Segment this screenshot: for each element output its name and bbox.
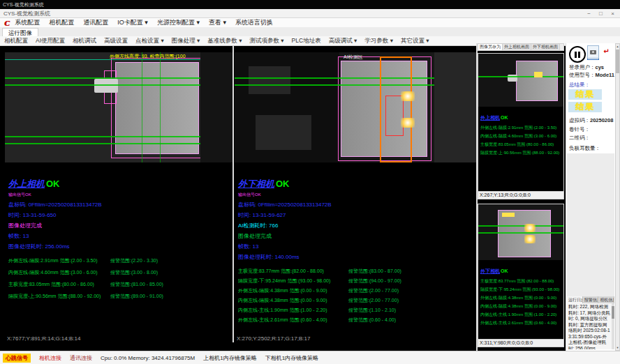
measurement-row: 主极宽度:83.77mm 范围:(82.00 - 88.00)报警范围:(83.… bbox=[238, 268, 475, 275]
log-scrollbar[interactable] bbox=[612, 303, 614, 349]
log-tab[interactable]: 相机信息 bbox=[598, 296, 614, 303]
highlight-glow bbox=[401, 118, 415, 128]
model-row: 使用型号：Mode11 bbox=[569, 72, 614, 79]
machine-block bbox=[249, 66, 290, 94]
menu-item[interactable]: 光源控制配置 ▾ bbox=[157, 18, 200, 27]
frame-count: 帧数: 13 bbox=[8, 232, 231, 240]
process-status: 图像处理完成 bbox=[238, 232, 475, 240]
measure-line bbox=[478, 232, 563, 234]
log-tab[interactable]: 报警信息 bbox=[583, 296, 599, 303]
measure-line bbox=[5, 143, 232, 144]
pause-button[interactable] bbox=[569, 46, 586, 63]
panel-divider bbox=[232, 46, 234, 342]
highlight-glow bbox=[524, 235, 536, 243]
toolbar-item[interactable]: 相机调试 bbox=[73, 37, 96, 45]
status-ok: OK bbox=[276, 179, 290, 189]
virtual-code-row: 虚拟码：20250208 bbox=[569, 117, 613, 124]
measurement-row: 内侧左线-主线:1.90mm 范围:(1.00 - 2.20)报警范围:(1.1… bbox=[238, 307, 475, 314]
menu-item[interactable]: 通讯配置 bbox=[83, 18, 108, 27]
measure-line bbox=[235, 77, 444, 79]
menu-bar: C 系统配置相机配置通讯配置IO卡配置 ▾光源控制配置 ▾查看 ▾系统语言切换 bbox=[0, 18, 620, 27]
virtual-code-label: 虚拟码： bbox=[569, 117, 590, 123]
measure-line bbox=[478, 225, 563, 227]
toolbar-item[interactable]: 测试项参数 ▾ bbox=[249, 37, 283, 45]
tab-count-row: 负极耳数量： bbox=[569, 145, 600, 152]
toolbar-item[interactable]: 其它设置 ▾ bbox=[401, 37, 429, 45]
log-tab[interactable]: 运行日志 bbox=[567, 296, 583, 303]
toolbar-item[interactable]: 高级调试 ▾ bbox=[329, 37, 357, 45]
maximize-button[interactable]: □ bbox=[595, 9, 607, 18]
mini-panel-tab[interactable]: 外下相机画面 bbox=[531, 44, 560, 50]
toolbar-item[interactable]: 高级设置 bbox=[104, 37, 128, 45]
sub-status: 输出信号OK bbox=[8, 192, 231, 198]
log-text: 耗时: 222, 网络检测耗时: 17, 网络分类耗时: 0, 网络提取分区耗时… bbox=[567, 303, 612, 349]
minimize-button[interactable]: − bbox=[583, 9, 595, 18]
product-region bbox=[498, 210, 551, 257]
toolbar-item[interactable]: 图像处理 ▾ bbox=[172, 37, 200, 45]
mini-camera-image-lower[interactable] bbox=[478, 204, 563, 260]
menu-item[interactable]: 相机配置 bbox=[49, 18, 74, 27]
measurement-row: 外侧左线-隔膜:2.91mm 范围:(2.00 - 3.50) bbox=[480, 125, 563, 131]
product-region bbox=[115, 62, 199, 154]
sidebar-scrollbar[interactable]: ▲ ▼ bbox=[615, 43, 620, 351]
measurement-row: 隔膜宽度-上:90.56mm 范围:(88.00 - 92.00) bbox=[480, 150, 563, 156]
menu-items: 系统配置相机配置通讯配置IO卡配置 ▾光源控制配置 ▾查看 ▾系统语言切换 bbox=[15, 18, 273, 27]
return-button[interactable]: ↵ bbox=[601, 45, 612, 57]
camera-image-lower[interactable]: AI检测区 bbox=[235, 52, 476, 162]
login-user-value: cys bbox=[596, 64, 605, 70]
elapsed-time: 图像处理耗时: 140.00ms bbox=[238, 253, 475, 261]
menu-item[interactable]: 查看 ▾ bbox=[209, 18, 226, 27]
mini-camera-image-upper[interactable] bbox=[478, 54, 563, 107]
needle-row: 卷针号： bbox=[569, 126, 590, 133]
measurement-row: 外侧左线-隔膜:4.38mm 范围:(0.00 - 9.00)报警范围:(2.0… bbox=[238, 287, 475, 294]
result-text-block: 外上相机OK 输出信号OK 盘标码: 0FfIlim=2025020813313… bbox=[8, 177, 231, 305]
product-region bbox=[516, 61, 558, 101]
scroll-thumb[interactable] bbox=[616, 50, 619, 73]
result-text-block: 外下相机OK 输出信号OK 盘标码: 0FfIlim=2025020813313… bbox=[238, 177, 475, 326]
camera-connection-status: 相机连接 bbox=[39, 354, 61, 362]
upper-camera-strategy: 上相机1内存镜像策略 bbox=[203, 354, 256, 362]
overlay-marker bbox=[502, 213, 515, 217]
measure-line-vertical bbox=[142, 52, 142, 162]
machine-block bbox=[434, 52, 476, 162]
toolbar-item[interactable]: AI使用配置 bbox=[36, 37, 65, 45]
menu-item[interactable]: IO卡配置 ▾ bbox=[117, 18, 148, 27]
pixel-coords-readout: X:7677;Y:891;R:14;G:14;B:14 bbox=[7, 335, 80, 342]
toolbar-item[interactable]: 相机配置 bbox=[4, 37, 28, 45]
model-label: 使用型号： bbox=[569, 72, 596, 78]
toolbar-item[interactable]: PLC地址表 bbox=[292, 37, 321, 45]
measurement-row: 隔膜宽度-下:95.24mm 范围:(93.00 - 98.00)报警范围:(9… bbox=[238, 278, 475, 285]
scroll-up-icon[interactable]: ▲ bbox=[616, 44, 619, 49]
overlay-marker bbox=[534, 72, 542, 77]
measurement-row: 内侧左线-隔膜:4.38mm 范围:(0.00 - 9.00) bbox=[480, 303, 563, 310]
mini-camera-panel-upper: 外上相机OK 外侧左线-隔膜:2.91mm 范围:(2.00 - 3.50)内侧… bbox=[478, 53, 564, 199]
close-button[interactable]: × bbox=[607, 9, 619, 18]
measurement-row: 外侧左线-隔膜:2.91mm 范围:(2.00 - 3.50)报警范围:(2.2… bbox=[8, 257, 231, 264]
menu-item[interactable]: 系统语言切换 bbox=[235, 18, 273, 27]
camera-snapshot-button[interactable] bbox=[587, 45, 599, 59]
machine-block bbox=[256, 115, 311, 150]
toolbar-item[interactable]: 学习参数 ▾ bbox=[364, 37, 393, 45]
measurement-row: 主极宽度:83.77mm 范围:(82.00 - 88.00) bbox=[480, 278, 563, 285]
scroll-down-icon[interactable]: ▼ bbox=[616, 345, 619, 350]
time-line: 时间: 13-31-59-650 bbox=[8, 211, 231, 219]
measure-line-vertical bbox=[160, 52, 161, 162]
mini-panel-tab[interactable]: 外上相机画面 bbox=[503, 44, 531, 50]
measurement-row: 隔膜宽度-上:90.56mm 范围:(88.00 - 92.00)报警范围:(8… bbox=[8, 293, 231, 300]
camera-image-upper[interactable]: 外侧左线高度: 93. 检查内范围:(100 bbox=[5, 52, 232, 162]
menu-item[interactable]: 系统配置 bbox=[15, 18, 40, 27]
toolbar-item[interactable]: 基准线参数 ▾ bbox=[207, 37, 242, 45]
status-bar: 心跳信号 相机连接 通讯连接 Cpu: 0.0% Memory: 3424.41… bbox=[0, 351, 620, 364]
toolbar-item[interactable]: 点检设置 ▾ bbox=[135, 37, 164, 45]
tab-strip: 运行图像 bbox=[0, 27, 620, 37]
status-ok: OK bbox=[501, 268, 508, 273]
measure-line bbox=[5, 84, 232, 86]
measurement-row: 外侧左线-主线:2.61mm 范围:(0.60 - 4.00) bbox=[480, 320, 563, 326]
ai-elapsed-time: AI检测耗时: 766 bbox=[238, 222, 475, 229]
camera-name: 外上相机 bbox=[480, 115, 500, 120]
mini-panel-tab[interactable]: 图像另存为 bbox=[478, 44, 503, 50]
time-line: 时间: 13-31-59-627 bbox=[238, 211, 475, 219]
measurement-row: 内侧左线-主线:1.90mm 范围:(1.00 - 2.20) bbox=[480, 312, 563, 318]
mini-camera-panel-lower: 外下相机OK 主极宽度:83.77mm 范围:(82.00 - 88.00)隔膜… bbox=[478, 204, 564, 347]
cpu-memory-readout: Cpu: 0.0% Memory: 3424.41796875M bbox=[101, 355, 195, 361]
